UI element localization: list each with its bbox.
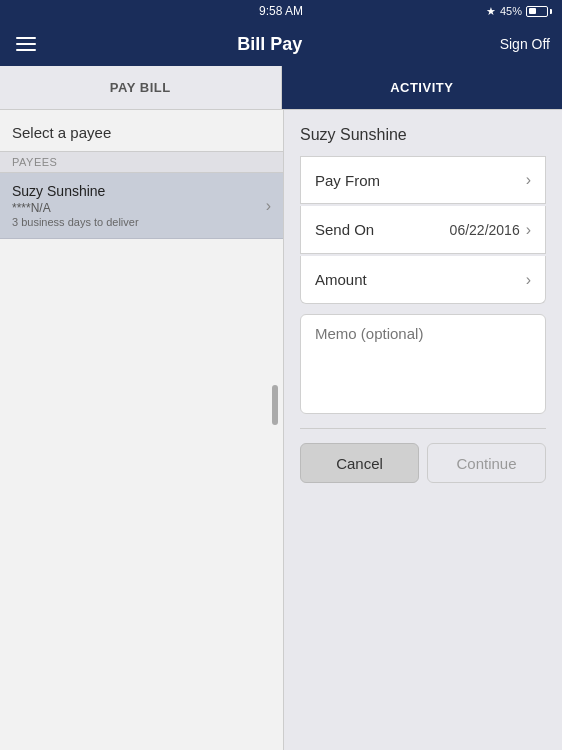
payee-item[interactable]: Suzy Sunshine ****N/A 3 business days to… [0,173,283,239]
send-on-chevron-icon: › [526,221,531,239]
selected-payee-title: Suzy Sunshine [300,126,546,144]
signal-strength: 45% [500,5,522,17]
pay-from-label: Pay From [315,172,380,189]
left-panel: Select a payee PAYEES Suzy Sunshine ****… [0,110,284,750]
tab-activity[interactable]: ACTIVITY [282,66,563,109]
tab-pay-bill[interactable]: PAY BILL [0,66,282,109]
nav-bar-title: Bill Pay [40,34,500,55]
payee-name: Suzy Sunshine [12,183,139,199]
pay-from-chevron-icon: › [526,171,531,189]
payees-section-header: PAYEES [0,151,283,173]
right-panel: Suzy Sunshine Pay From › Send On 06/22/2… [284,110,562,750]
battery-icon [526,6,552,17]
nav-bar: Bill Pay Sign Off [0,22,562,66]
amount-row[interactable]: Amount › [300,256,546,304]
payee-delivery: 3 business days to deliver [12,216,139,228]
action-buttons: Cancel Continue [300,443,546,483]
status-bar: 9:58 AM ★ 45% [0,0,562,22]
pay-from-row[interactable]: Pay From › [300,156,546,204]
chevron-right-icon: › [266,197,271,215]
status-bar-right: ★ 45% [492,5,552,18]
amount-label: Amount [315,271,367,288]
payee-account: ****N/A [12,201,139,215]
divider [300,428,546,429]
memo-field[interactable] [300,314,546,414]
sign-off-button[interactable]: Sign Off [500,36,550,52]
main-layout: Select a payee PAYEES Suzy Sunshine ****… [0,110,562,750]
amount-chevron-icon: › [526,271,531,289]
send-on-value: 06/22/2016 › [450,221,531,239]
bluetooth-icon: ★ [486,5,496,18]
scroll-indicator [272,385,278,425]
menu-icon[interactable] [12,33,40,55]
select-payee-label: Select a payee [0,110,283,151]
continue-button[interactable]: Continue [427,443,546,483]
send-on-label: Send On [315,221,374,238]
send-on-row[interactable]: Send On 06/22/2016 › [300,206,546,254]
tab-bar: PAY BILL ACTIVITY [0,66,562,110]
cancel-button[interactable]: Cancel [300,443,419,483]
status-bar-time: 9:58 AM [70,4,492,18]
payee-info: Suzy Sunshine ****N/A 3 business days to… [12,183,139,228]
